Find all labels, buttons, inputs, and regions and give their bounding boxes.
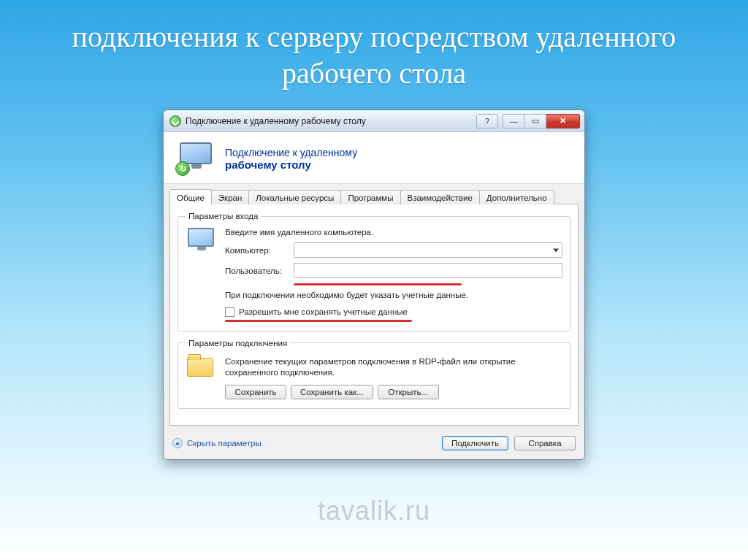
slide-title: подключения к серверу посредством удален…: [0, 0, 748, 105]
connect-button[interactable]: Подключить: [442, 436, 508, 450]
connection-note: Сохранение текущих параметров подключени…: [225, 356, 562, 379]
rdp-window: Подключение к удаленному рабочему столу …: [163, 110, 585, 460]
save-credentials-label: Разрешить мне сохранять учетные данные: [239, 307, 408, 316]
annotation-underline-checkbox: [225, 320, 412, 322]
login-hint: Введите имя удаленного компьютера.: [225, 228, 562, 237]
tab-panel-general: Параметры входа Введите имя удаленного к…: [169, 204, 579, 426]
login-group: Параметры входа Введите имя удаленного к…: [178, 212, 570, 331]
close-button[interactable]: ✕: [546, 114, 580, 129]
banner: ↻ Подключение к удаленному рабочему стол…: [164, 132, 584, 184]
chevron-down-icon[interactable]: [553, 248, 559, 252]
user-label: Пользователь:: [225, 266, 288, 275]
watermark: tavalik.ru: [318, 496, 430, 526]
annotation-underline-user: [294, 283, 462, 285]
login-legend: Параметры входа: [186, 212, 261, 220]
hide-options-link[interactable]: Скрыть параметры: [172, 438, 262, 448]
computer-label: Компьютер:: [225, 246, 288, 255]
app-icon: [169, 115, 181, 127]
connection-group: Параметры подключения Сохранение текущих…: [178, 339, 570, 409]
titlebar[interactable]: Подключение к удаленному рабочему столу …: [164, 110, 584, 132]
banner-line1: Подключение к удаленному: [225, 147, 357, 158]
connection-legend: Параметры подключения: [186, 339, 290, 348]
computer-combobox[interactable]: [294, 242, 562, 258]
save-as-button[interactable]: Сохранить как...: [291, 385, 373, 399]
help-button[interactable]: Справка: [514, 436, 576, 450]
tab-local-resources[interactable]: Локальные ресурсы: [248, 190, 341, 204]
dialog-footer: Скрыть параметры Подключить Справка: [164, 429, 584, 459]
computer-icon: [186, 228, 216, 257]
tab-advanced[interactable]: Дополнительно: [479, 190, 554, 204]
tab-experience[interactable]: Взаимодействие: [400, 190, 480, 204]
help-icon[interactable]: ?: [476, 114, 498, 129]
tab-programs[interactable]: Программы: [340, 190, 400, 204]
tabs: Общие Экран Локальные ресурсы Программы …: [169, 190, 579, 204]
rdp-icon: ↻: [177, 142, 215, 174]
user-field[interactable]: [294, 263, 562, 278]
credentials-note: При подключении необходимо будет указать…: [225, 290, 562, 302]
minimize-button[interactable]: —: [503, 114, 524, 129]
save-credentials-checkbox[interactable]: [225, 307, 234, 317]
tab-display[interactable]: Экран: [211, 190, 249, 204]
save-button[interactable]: Сохранить: [225, 385, 286, 399]
maximize-button[interactable]: ▭: [524, 114, 546, 129]
open-button[interactable]: Открыть...: [378, 385, 439, 399]
banner-line2: рабочему столу: [225, 158, 357, 171]
folder-icon: [186, 355, 216, 380]
chevron-up-icon: [172, 438, 183, 448]
window-title: Подключение к удаленному рабочему столу: [186, 116, 476, 126]
tab-general[interactable]: Общие: [169, 189, 212, 204]
